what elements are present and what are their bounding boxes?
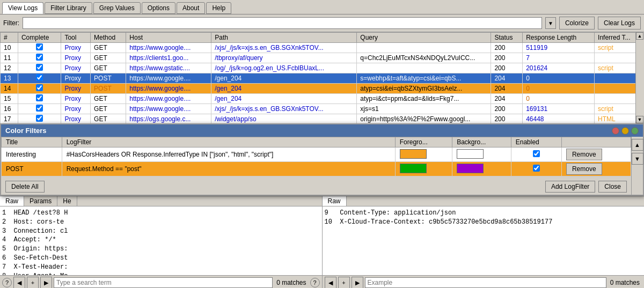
- left-search-input[interactable]: [54, 277, 273, 288]
- col-header-status[interactable]: Status: [491, 33, 523, 43]
- close-dialog-button[interactable]: Close: [598, 181, 627, 193]
- filter-background-post[interactable]: [452, 162, 511, 176]
- table-scrollbar[interactable]: ▲ ▼: [635, 32, 644, 123]
- col-header-host[interactable]: Host: [126, 33, 211, 43]
- background-swatch-interesting[interactable]: [457, 149, 484, 159]
- tab-raw-right[interactable]: Raw: [323, 196, 347, 206]
- remove-button-post[interactable]: Remove: [566, 163, 602, 175]
- cell-host: https://www.google....: [126, 84, 211, 94]
- col-title[interactable]: Title: [2, 137, 62, 147]
- filter-enabled-post[interactable]: [511, 162, 561, 176]
- foreground-swatch-post[interactable]: [400, 164, 427, 173]
- left-nav-next-button[interactable]: ▶: [40, 277, 52, 288]
- cell-host: https://www.google....: [126, 94, 211, 104]
- table-row[interactable]: 13 Proxy POST https://www.google.... /ge…: [1, 73, 644, 84]
- filter-foreground-interesting[interactable]: [395, 147, 452, 162]
- col-header-path[interactable]: Path: [211, 33, 357, 43]
- clear-logs-button[interactable]: Clear Logs: [598, 17, 641, 29]
- cell-complete[interactable]: [18, 73, 61, 84]
- col-header-response-length[interactable]: Response Length: [523, 33, 595, 43]
- right-search-input[interactable]: [365, 277, 606, 288]
- cell-id: 17: [1, 114, 18, 124]
- tab-filter-library[interactable]: Filter Library: [45, 2, 92, 14]
- col-logfilter[interactable]: LogFilter: [62, 137, 395, 147]
- table-row[interactable]: 17 Proxy GET https://ogs.google.c... /wi…: [1, 114, 644, 124]
- filter-bar: Filter: ▼ Colorize Clear Logs: [0, 14, 644, 32]
- col-header-query[interactable]: Query: [357, 33, 491, 43]
- cell-query: origin=https%3A%2F%2Fwww.googl...: [357, 114, 491, 124]
- cell-complete[interactable]: [18, 84, 61, 94]
- filter-foreground-post[interactable]: [395, 162, 452, 176]
- cell-complete[interactable]: [18, 114, 61, 124]
- right-nav-prev-button[interactable]: ◀: [325, 277, 336, 288]
- filter-title-post: POST: [2, 162, 62, 176]
- tab-view-logs[interactable]: View Logs: [2, 2, 43, 14]
- panel-left-tabs: Raw Params He: [0, 196, 322, 206]
- filter-enabled-interesting[interactable]: [511, 147, 561, 162]
- enabled-checkbox-interesting[interactable]: [533, 150, 540, 157]
- tab-about[interactable]: About: [177, 2, 205, 14]
- cell-complete[interactable]: [18, 104, 61, 114]
- tab-options[interactable]: Options: [142, 2, 175, 14]
- scroll-down-arrow[interactable]: ▼: [636, 116, 643, 123]
- enabled-checkbox-post[interactable]: [533, 165, 540, 172]
- cell-complete[interactable]: [18, 94, 61, 104]
- remove-button-interesting[interactable]: Remove: [566, 149, 602, 160]
- left-nav-add-button[interactable]: +: [27, 277, 39, 288]
- col-header-tool[interactable]: Tool: [61, 33, 91, 43]
- col-background[interactable]: Backgro...: [452, 137, 511, 147]
- filter-dropdown-button[interactable]: ▼: [545, 17, 556, 29]
- table-row[interactable]: 12 Proxy GET https://www.gstatic.... /og…: [1, 63, 644, 73]
- filter-background-interesting[interactable]: [452, 147, 511, 162]
- log-table: # Complete Tool Method Host Path Query S…: [0, 32, 644, 123]
- close-window-button[interactable]: [612, 127, 619, 135]
- background-swatch-post[interactable]: [457, 164, 484, 173]
- cell-id: 15: [1, 94, 18, 104]
- scroll-up-arrow[interactable]: ▲: [636, 32, 643, 40]
- tab-raw-left[interactable]: Raw: [0, 196, 24, 206]
- colorize-button[interactable]: Colorize: [559, 17, 595, 29]
- foreground-swatch-interesting[interactable]: [400, 149, 427, 159]
- minimize-window-button[interactable]: [621, 127, 629, 135]
- table-row[interactable]: 15 Proxy GET https://www.google.... /gen…: [1, 94, 644, 104]
- filter-remove-interesting[interactable]: Remove: [561, 147, 631, 162]
- titlebar-controls: [612, 127, 639, 135]
- cell-complete[interactable]: [18, 53, 61, 63]
- tab-grep-values[interactable]: Grep Values: [93, 2, 141, 14]
- cell-complete[interactable]: [18, 43, 61, 53]
- content-line-5: 5 Origin: https:: [2, 245, 320, 254]
- col-header-method[interactable]: Method: [91, 33, 126, 43]
- tab-he[interactable]: He: [57, 196, 77, 206]
- left-help-icon[interactable]: ?: [2, 278, 12, 287]
- table-row[interactable]: 11 Proxy GET https://clients1.goo... /tb…: [1, 53, 644, 63]
- tab-params[interactable]: Params: [24, 196, 57, 206]
- filter-scroll-down-button[interactable]: ▼: [632, 153, 643, 165]
- table-row[interactable]: 14 Proxy POST https://www.google.... /ge…: [1, 84, 644, 94]
- cell-tool: Proxy: [61, 63, 91, 73]
- table-row[interactable]: 16 Proxy GET https://www.google.... /xjs…: [1, 104, 644, 114]
- table-row[interactable]: 10 Proxy GET https://www.google.... /xjs…: [1, 43, 644, 53]
- filter-remove-post[interactable]: Remove: [561, 162, 631, 176]
- col-header-id[interactable]: #: [1, 33, 18, 43]
- cell-host: https://www.google....: [126, 73, 211, 84]
- cell-tool: Proxy: [61, 84, 91, 94]
- cell-tool: Proxy: [61, 43, 91, 53]
- add-logfilter-button[interactable]: Add LogFilter: [545, 181, 595, 193]
- cell-complete[interactable]: [18, 63, 61, 73]
- cell-method: GET: [91, 104, 126, 114]
- content-line-3: 3 Connection: cl: [2, 227, 320, 236]
- col-enabled[interactable]: Enabled: [511, 137, 561, 147]
- col-header-complete[interactable]: Complete: [18, 33, 61, 43]
- cell-path: /tbproxy/af/query: [211, 53, 357, 63]
- maximize-window-button[interactable]: [631, 127, 639, 135]
- right-nav-add-button[interactable]: +: [338, 277, 350, 288]
- tab-help[interactable]: Help: [206, 2, 231, 14]
- left-search-help-icon[interactable]: ?: [310, 278, 320, 287]
- col-foreground[interactable]: Foregro...: [395, 137, 452, 147]
- delete-all-button[interactable]: Delete All: [5, 181, 45, 193]
- right-nav-next-button[interactable]: ▶: [352, 277, 363, 288]
- filter-input[interactable]: [23, 17, 542, 29]
- left-nav-prev-button[interactable]: ◀: [13, 277, 25, 288]
- cell-host: https://www.google....: [126, 104, 211, 114]
- filter-scroll-up-button[interactable]: ▲: [632, 139, 643, 151]
